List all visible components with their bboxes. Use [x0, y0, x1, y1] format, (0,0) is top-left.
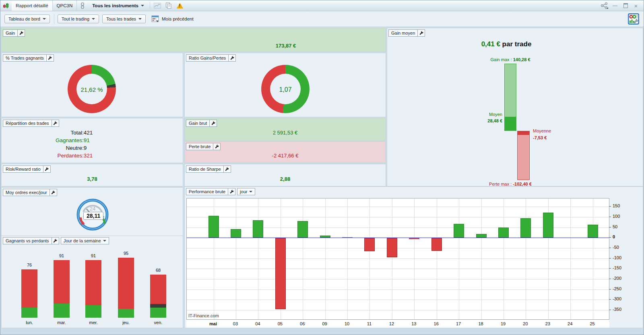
- tab-label: Rapport détaillé: [16, 3, 48, 8]
- h-gridline: [187, 207, 609, 207]
- close-button[interactable]: ×: [632, 2, 640, 9]
- wrench-icon[interactable]: [50, 189, 57, 196]
- week-bar-losers: [150, 275, 166, 304]
- instrument-selector-label: Tous les instruments: [92, 3, 138, 8]
- wrench-icon[interactable]: [17, 30, 25, 36]
- panel-repartition-label: Répartition des trades: [3, 120, 52, 126]
- wrench-icon[interactable]: [52, 120, 59, 126]
- tab-qpc3n[interactable]: QPC3N: [53, 0, 77, 11]
- wrench-icon[interactable]: [228, 55, 235, 61]
- h-gridline: [187, 248, 609, 248]
- minimize-button[interactable]: —: [611, 2, 619, 9]
- repartition-row: Neutre : 9: [37, 144, 150, 152]
- h-gridline: [187, 300, 609, 300]
- moyen-gain-segment: [505, 117, 516, 130]
- x-axis-label: 06: [291, 321, 313, 326]
- panel-moy-ordres-header-chip[interactable]: Moy ordres exec/jour: [3, 189, 57, 196]
- x-axis-label: 19: [492, 321, 514, 326]
- title-bar: Rapport détaillé QPC3N Tous les instrume…: [0, 0, 644, 11]
- ratio-gains-pertes-value: 1,07: [261, 86, 310, 93]
- perf-bar-positive: [454, 224, 464, 238]
- copy-icon[interactable]: [163, 1, 174, 10]
- perte-max-bar: [517, 131, 530, 180]
- dashboard-dropdown-button[interactable]: Tableau de bord: [4, 14, 50, 23]
- moyen-value: 28,48 €: [456, 118, 502, 123]
- panel-gain-brut: Gain brut 2 591,53 €: [184, 118, 386, 141]
- share-icon[interactable]: [600, 2, 609, 9]
- x-axis-label: mai: [202, 321, 224, 326]
- wrench-icon[interactable]: [46, 55, 54, 61]
- panel-gvp-label: Gagnants vs perdants: [3, 238, 52, 244]
- weekday-dropdown-chip[interactable]: Jour de la semaine: [61, 237, 109, 244]
- perf-bar-positive: [208, 216, 219, 238]
- panel-ratio-sharpe: Ratio de Sharpe 2,88: [184, 164, 386, 186]
- panel-pct-header-chip[interactable]: % Trades gagnants: [3, 54, 54, 62]
- moy-ordres-value: 28,11: [83, 212, 103, 220]
- week-bar-total-label: 68: [146, 268, 170, 273]
- panel-ratio-header-chip[interactable]: Ratio Gains/Pertes: [186, 54, 236, 62]
- panel-moy-ordres-label: Moy ordres exec/jour: [3, 189, 50, 196]
- panel-gain-header-chip[interactable]: Gain: [3, 29, 25, 37]
- panel-risk-reward-header-chip[interactable]: Risk/Reward ratio: [3, 165, 51, 173]
- moyenne-label: Moyenne: [533, 128, 551, 133]
- perf-bar-negative: [409, 238, 419, 239]
- y-axis-tick: [609, 206, 611, 207]
- wrench-icon[interactable]: [417, 30, 425, 36]
- panel-repartition-header-chip[interactable]: Répartition des trades: [3, 120, 59, 127]
- h-gridline: [187, 290, 609, 290]
- week-bar-total-label: 76: [17, 263, 41, 267]
- risk-reward-value: 3,78: [2, 176, 183, 182]
- perf-bar-positive: [588, 225, 598, 238]
- divider: [54, 14, 54, 24]
- tab-rapport-detaille[interactable]: Rapport détaillé: [12, 0, 53, 11]
- week-bar-losers: [85, 260, 101, 305]
- wrench-icon[interactable]: [213, 143, 220, 150]
- chevron-down-icon: [138, 18, 142, 20]
- week-day-label: mer.: [81, 320, 105, 325]
- wrench-icon[interactable]: [209, 120, 217, 126]
- panel-performance-header-chip[interactable]: Performance brute: [186, 188, 235, 195]
- wrench-icon[interactable]: [223, 166, 231, 172]
- pct-winning-value: 21,62 %: [68, 86, 116, 93]
- divider: [150, 2, 150, 9]
- perf-bar-negative: [275, 238, 286, 309]
- trading-scope-label: Tout le trading: [62, 17, 89, 21]
- panel-gvp-header-chip[interactable]: Gagnants vs perdants: [3, 237, 59, 244]
- wrench-icon[interactable]: [52, 238, 59, 244]
- panel-gain-brut-header-chip[interactable]: Gain brut: [186, 120, 217, 127]
- perf-bar-positive: [498, 227, 509, 238]
- week-bar-winners: [118, 309, 134, 318]
- trading-scope-dropdown-button[interactable]: Tout le trading: [58, 14, 99, 23]
- week-bar-winners: [54, 304, 70, 318]
- panel-perte-brute-header-chip[interactable]: Perte brute: [186, 143, 221, 150]
- panel-risk-reward-label: Risk/Reward ratio: [3, 166, 43, 172]
- calendar-icon[interactable]: [151, 15, 159, 23]
- restore-button[interactable]: [621, 2, 630, 9]
- instrument-selector[interactable]: Tous les instruments: [88, 0, 148, 11]
- panel-gain: Gain 173,87 €: [1, 28, 386, 52]
- panel-ratio-label: Ratio Gains/Pertes: [186, 55, 228, 61]
- perf-bar-positive: [543, 213, 553, 238]
- gain-max-label: Gain max : 140,28 €: [490, 57, 530, 62]
- perf-bar-positive: [297, 221, 308, 238]
- week-bar-losers: [21, 269, 37, 308]
- moyen-label: Moyen: [456, 112, 502, 117]
- panel-risk-reward: Risk/Reward ratio 3,78: [1, 164, 183, 186]
- wrench-icon[interactable]: [228, 188, 235, 195]
- wrench-icon[interactable]: [43, 166, 50, 172]
- perf-bar-negative: [387, 238, 397, 257]
- panel-sharpe-header-chip[interactable]: Ratio de Sharpe: [186, 165, 231, 173]
- x-axis-label: 03: [225, 321, 246, 326]
- link-icon[interactable]: [77, 1, 88, 10]
- panel-gain-brut-label: Gain brut: [186, 120, 209, 126]
- perf-bar-positive: [253, 220, 263, 238]
- y-axis-tick-label: -50: [613, 245, 619, 250]
- dashboard-settings-icon[interactable]: [627, 13, 640, 25]
- chart-icon[interactable]: [152, 1, 163, 10]
- period-dropdown-chip[interactable]: jour: [237, 188, 255, 195]
- performance-y-axis: 150100500-50-100-150-200-250-300-350: [609, 198, 633, 320]
- panel-gain-moyen-header-chip[interactable]: Gain moyen: [388, 29, 425, 37]
- trades-scope-dropdown-button[interactable]: Tous les trades: [102, 14, 146, 23]
- dashboard-dropdown-label: Tableau de bord: [8, 17, 40, 21]
- warning-icon[interactable]: [175, 1, 185, 10]
